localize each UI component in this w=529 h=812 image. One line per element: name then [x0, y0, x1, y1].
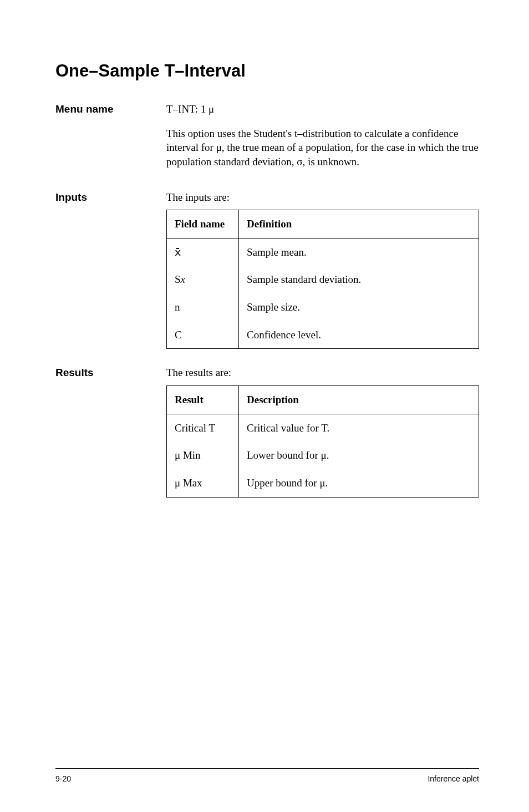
results-label: Results	[55, 366, 166, 497]
footer-section-name: Inference aplet	[428, 774, 479, 783]
input-definition: Sample mean.	[239, 238, 479, 266]
inputs-header-field: Field name	[167, 210, 239, 238]
table-row: C Confidence level.	[167, 321, 479, 349]
results-intro: The results are:	[166, 366, 479, 380]
input-field: x̄	[167, 238, 239, 266]
footer-page-number: 9-20	[55, 774, 71, 783]
input-definition: Sample standard deviation.	[239, 266, 479, 293]
result-description: Upper bound for μ.	[239, 469, 479, 497]
results-header-description: Description	[239, 386, 479, 414]
results-section: Results The results are: Result Descript…	[55, 366, 479, 497]
page-title: One–Sample T–Interval	[55, 61, 479, 81]
table-row: x̄ Sample mean.	[167, 238, 479, 266]
menu-name-value: T–INT: 1 μ	[166, 102, 479, 116]
input-field: C	[167, 321, 239, 349]
result-description: Lower bound for μ.	[239, 441, 479, 469]
page-footer: 9-20 Inference aplet	[55, 768, 479, 783]
result-name: μ Min	[167, 441, 239, 469]
table-row: Critical T Critical value for T.	[167, 414, 479, 441]
menu-description: This option uses the Student's t–distrib…	[166, 126, 479, 169]
results-table: Result Description Critical T Critical v…	[166, 385, 479, 498]
inputs-label: Inputs	[55, 190, 166, 349]
table-row: μ Min Lower bound for μ.	[167, 441, 479, 469]
result-name: μ Max	[167, 469, 239, 497]
table-row: Sx Sample standard deviation.	[167, 266, 479, 293]
input-definition: Confidence level.	[239, 321, 479, 349]
menu-name-label: Menu name	[55, 102, 166, 174]
input-field: Sx	[167, 266, 239, 293]
table-row: μ Max Upper bound for μ.	[167, 469, 479, 497]
table-row: n Sample size.	[167, 293, 479, 321]
inputs-header-definition: Definition	[239, 210, 479, 238]
inputs-section: Inputs The inputs are: Field name Defini…	[55, 190, 479, 349]
result-name: Critical T	[167, 414, 239, 441]
input-definition: Sample size.	[239, 293, 479, 321]
results-header-result: Result	[167, 386, 239, 414]
inputs-table: Field name Definition x̄ Sample mean. Sx…	[166, 210, 479, 349]
menu-name-section: Menu name T–INT: 1 μ This option uses th…	[55, 102, 479, 174]
input-field: n	[167, 293, 239, 321]
inputs-intro: The inputs are:	[166, 190, 479, 205]
result-description: Critical value for T.	[239, 414, 479, 441]
